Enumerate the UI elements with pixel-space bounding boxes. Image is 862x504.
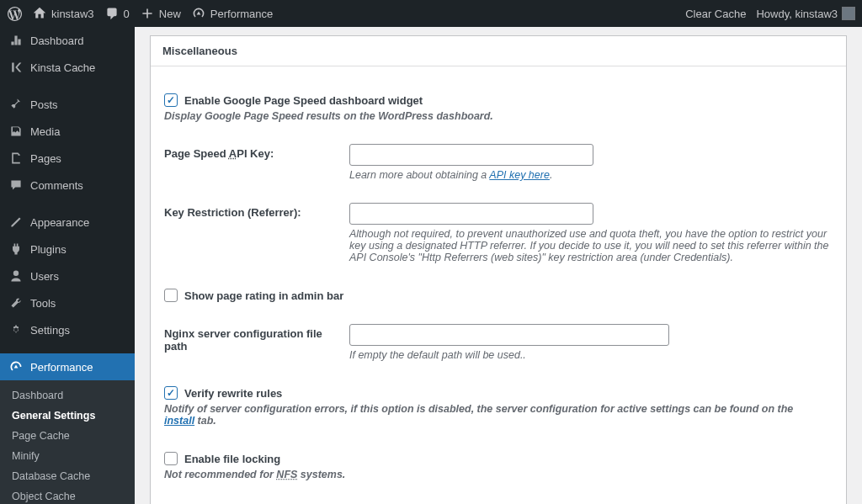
pin-icon <box>8 97 24 112</box>
show-admin-bar-checkbox-label[interactable]: Show page rating in admin bar <box>164 289 824 302</box>
nginx-path-input[interactable] <box>349 324 669 346</box>
dashboard-icon <box>8 33 24 48</box>
content-area: Miscellaneous Enable Google Page Speed d… <box>135 27 862 504</box>
sub-database-cache[interactable]: Database Cache <box>0 466 135 486</box>
adminbar-comments[interactable]: 0 <box>104 6 130 21</box>
key-restriction-label: Key Restriction (Referrer): <box>164 206 301 219</box>
performance-submenu: DashboardGeneral SettingsPage CacheMinif… <box>0 380 135 504</box>
verify-rewrite-checkbox[interactable] <box>164 386 178 400</box>
kinsta-icon <box>8 60 24 75</box>
admin-bar: kinstaw3 0 New Performance Clear Cache H… <box>0 0 862 27</box>
menu-separator <box>0 81 135 91</box>
user-icon <box>8 268 24 284</box>
plugin-icon <box>8 241 24 257</box>
api-key-desc: Learn more about obtaining a API key her… <box>349 169 833 181</box>
file-locking-desc: Not recommended for NFS systems. <box>164 469 824 480</box>
menu-label-comments: Comments <box>30 179 83 192</box>
page-icon <box>8 151 24 166</box>
sub-page-cache[interactable]: Page Cache <box>0 426 135 446</box>
tools-icon <box>8 295 24 310</box>
verify-rewrite-desc: Notify of server configuration errors, i… <box>164 403 824 427</box>
gauge-icon <box>191 6 206 21</box>
menu-users[interactable]: Users <box>0 263 135 289</box>
menu-label-posts: Posts <box>30 98 58 111</box>
menu-label-plugins: Plugins <box>30 243 67 256</box>
settings-icon <box>8 322 24 337</box>
adminbar-performance-label: Performance <box>210 8 273 20</box>
menu-performance[interactable]: Performance <box>0 353 135 380</box>
section-heading-miscellaneous: Miscellaneous <box>151 36 846 66</box>
menu-kinsta-cache[interactable]: Kinsta Cache <box>0 54 135 81</box>
comment-icon <box>104 6 120 21</box>
menu-settings[interactable]: Settings <box>0 316 135 343</box>
nginx-path-desc: If empty the default path will be used.. <box>349 349 833 361</box>
menu-label-appearance: Appearance <box>30 216 89 229</box>
adminbar-howdy[interactable]: Howdy, kinstaw3 <box>756 7 855 20</box>
menu-label-dashboard: Dashboard <box>30 34 84 47</box>
sub-dashboard[interactable]: Dashboard <box>0 385 135 406</box>
menu-label-kinsta-cache: Kinsta Cache <box>30 61 95 74</box>
key-restriction-input[interactable] <box>349 203 593 225</box>
adminbar-clear-cache[interactable]: Clear Cache <box>685 8 746 20</box>
home-icon <box>32 6 47 21</box>
enable-pagespeed-checkbox[interactable] <box>164 93 178 107</box>
api-key-link[interactable]: API key here <box>489 169 550 181</box>
menu-label-users: Users <box>30 270 59 283</box>
show-admin-bar-checkbox[interactable] <box>164 289 178 302</box>
wordpress-logo-icon <box>7 6 22 21</box>
adminbar-performance[interactable]: Performance <box>191 6 273 21</box>
menu-label-performance: Performance <box>30 361 93 374</box>
sub-minify[interactable]: Minify <box>0 446 135 466</box>
sub-general-settings[interactable]: General Settings <box>0 406 135 426</box>
sub-object-cache[interactable]: Object Cache <box>0 486 135 504</box>
menu-media[interactable]: Media <box>0 118 135 145</box>
appearance-icon <box>8 215 24 230</box>
verify-rewrite-checkbox-label[interactable]: Verify rewrite rules <box>164 386 824 400</box>
menu-label-settings: Settings <box>30 324 70 337</box>
adminbar-wp-logo[interactable] <box>7 6 22 21</box>
menu-plugins[interactable]: Plugins <box>0 236 135 263</box>
menu-pages[interactable]: Pages <box>0 145 135 172</box>
install-tab-link[interactable]: install <box>164 415 194 427</box>
admin-sidebar: DashboardKinsta CachePostsMediaPagesComm… <box>0 27 135 504</box>
admin-menu: DashboardKinsta CachePostsMediaPagesComm… <box>0 27 135 380</box>
adminbar-howdy-label: Howdy, kinstaw3 <box>756 8 838 20</box>
menu-label-tools: Tools <box>30 297 56 310</box>
show-admin-bar-text: Show page rating in admin bar <box>184 289 343 302</box>
menu-separator <box>0 199 135 209</box>
menu-posts[interactable]: Posts <box>0 91 135 118</box>
file-locking-text: Enable file locking <box>184 453 280 465</box>
file-locking-checkbox-label[interactable]: Enable file locking <box>164 452 824 465</box>
enable-pagespeed-desc: Display Google Page Speed results on the… <box>164 110 824 122</box>
file-locking-checkbox[interactable] <box>164 452 178 465</box>
miscellaneous-postbox: Miscellaneous Enable Google Page Speed d… <box>150 35 847 504</box>
enable-pagespeed-checkbox-label[interactable]: Enable Google Page Speed dashboard widge… <box>164 93 824 107</box>
plus-icon <box>140 6 155 21</box>
menu-tools[interactable]: Tools <box>0 289 135 316</box>
api-key-input[interactable] <box>349 144 593 166</box>
menu-dashboard[interactable]: Dashboard <box>0 27 135 54</box>
key-restriction-desc: Although not required, to prevent unauth… <box>349 228 833 263</box>
nginx-path-label: Nginx server configuration file path <box>164 327 322 353</box>
menu-label-pages: Pages <box>30 152 61 165</box>
performance-icon <box>8 359 24 374</box>
media-icon <box>8 124 24 139</box>
adminbar-site-name[interactable]: kinstaw3 <box>32 6 94 21</box>
adminbar-new-label: New <box>159 8 181 20</box>
menu-label-media: Media <box>30 125 60 138</box>
adminbar-site-name-text: kinstaw3 <box>51 8 94 20</box>
comment-icon <box>8 178 24 193</box>
avatar-icon <box>842 7 855 20</box>
adminbar-new[interactable]: New <box>140 6 181 21</box>
menu-appearance[interactable]: Appearance <box>0 209 135 236</box>
menu-comments[interactable]: Comments <box>0 172 135 199</box>
verify-rewrite-text: Verify rewrite rules <box>184 387 282 400</box>
adminbar-comments-count: 0 <box>124 8 130 20</box>
menu-separator <box>0 343 135 353</box>
api-key-label: Page Speed API Key: <box>164 147 274 160</box>
enable-pagespeed-text: Enable Google Page Speed dashboard widge… <box>184 94 423 107</box>
